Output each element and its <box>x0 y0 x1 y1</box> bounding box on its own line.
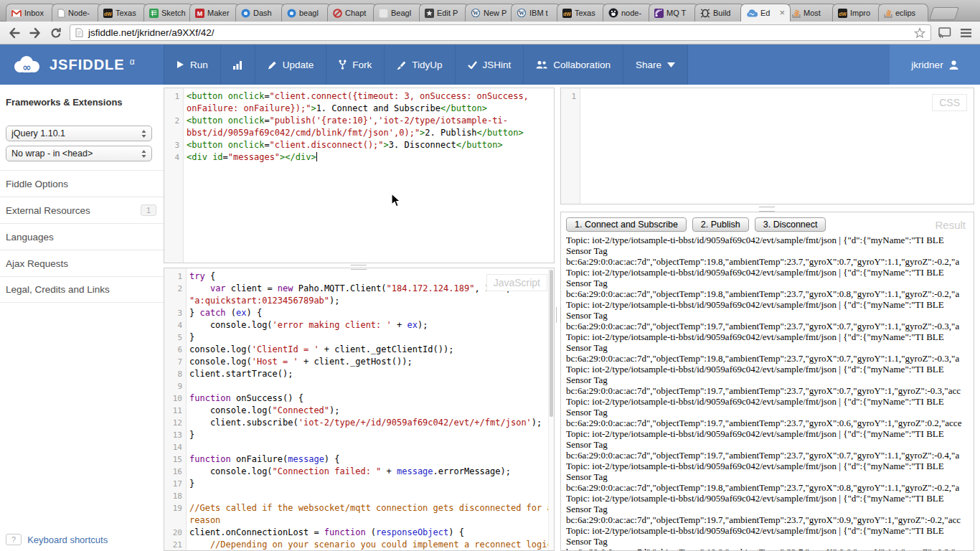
sidebar-item-external-resources[interactable]: External Resources1 <box>0 197 164 223</box>
browser-tab[interactable]: WNew P <box>465 4 515 22</box>
css-editor-panel[interactable]: 1 CSS <box>560 88 974 204</box>
code-line[interactable]: 2<button onclick="publish('{rate:10}','i… <box>164 115 554 127</box>
browser-tab[interactable]: WIBM t <box>511 4 561 22</box>
tab-title: node- <box>621 9 647 17</box>
code-line[interactable]: 5} <box>164 331 554 344</box>
sidebar-item-ajax-requests[interactable]: Ajax Requests <box>0 250 164 276</box>
bookmark-star-icon[interactable] <box>914 27 925 39</box>
toolbar-button-label: JSHint <box>483 60 512 70</box>
code-line[interactable]: 4 console.log('error making client: ' + … <box>164 319 554 331</box>
code-line[interactable]: 15function onFailure(message) { <box>164 453 554 466</box>
share-button[interactable]: Share <box>623 44 688 85</box>
tab-close-icon[interactable]: × <box>779 9 785 17</box>
caret-down-icon <box>667 62 675 67</box>
code-line[interactable]: "a:quickstart:0123456789ab"); <box>164 295 554 307</box>
code-line[interactable]: 3} catch (ex) { <box>164 307 554 319</box>
code-line[interactable]: 17} <box>164 478 554 490</box>
mqtt-message-line: Sensor Tag <box>566 310 969 321</box>
collaboration-button[interactable]: Collaboration <box>524 44 623 85</box>
forward-button[interactable] <box>28 26 42 40</box>
code-line[interactable]: 10function onSuccess() { <box>164 392 554 405</box>
browser-tab[interactable]: MQ T <box>649 4 699 22</box>
browser-tab[interactable]: Build <box>694 4 745 22</box>
browser-tab[interactable]: Edit P <box>419 4 469 22</box>
browser-tab[interactable]: Inbox <box>6 4 56 22</box>
url-text[interactable]: jsfiddle.net/jkridner/a9XXf/42/ <box>88 27 909 38</box>
code-line[interactable]: 20client.onConnectionLost = function (re… <box>164 527 554 539</box>
sidebar-item-languages[interactable]: Languages <box>0 223 164 250</box>
browser-tab[interactable]: Dash <box>235 4 286 22</box>
mqtt-message-line: Topic: iot-2/type/iotsample-ti-bbst/id/9… <box>566 299 969 310</box>
code-line[interactable]: 21 //Depending on your scenario you coul… <box>164 539 554 551</box>
stats-button[interactable] <box>221 44 255 85</box>
code-line[interactable]: 13} <box>164 429 554 441</box>
code-line[interactable]: onFailure: onFailure});">1. Connect and … <box>164 103 554 115</box>
code-line[interactable]: 8client.startTrace(); <box>164 368 554 380</box>
jshint-button[interactable]: JSHint <box>456 44 524 85</box>
code-line[interactable]: 4<div id="messages"></div> <box>164 151 554 164</box>
code-line[interactable]: 12 client.subscribe('iot-2/type/+/id/905… <box>164 417 554 429</box>
browser-tab[interactable]: Beagl <box>373 4 423 22</box>
user-menu[interactable]: jkridner <box>890 44 980 85</box>
code-line[interactable]: 19//Gets called if the websocket/mqtt co… <box>164 502 554 514</box>
result-button-3-disconnect[interactable]: 3. Disconnect <box>755 217 826 232</box>
fork-button[interactable]: Fork <box>326 44 385 85</box>
result-button-2-publish[interactable]: 2. Publish <box>692 217 749 232</box>
browser-tab[interactable]: Most <box>786 4 837 22</box>
jsfiddle-logo[interactable]: ∞ JSFIDDLE α <box>11 44 135 85</box>
browser-tab-active[interactable]: Ed× <box>740 4 791 22</box>
mqtt-message-line: Topic: iot-2/type/iotsample-ti-bbst/id/9… <box>566 461 969 471</box>
browser-tab[interactable]: Sketch <box>143 4 194 22</box>
cast-button[interactable] <box>938 26 952 40</box>
mqtt-message-line: Sensor Tag <box>566 504 969 514</box>
result-button-1-connect-and-subscribe[interactable]: 1. Connect and Subscribe <box>566 217 687 232</box>
address-bar[interactable]: jsfiddle.net/jkridner/a9XXf/42/ <box>70 24 931 41</box>
code-line[interactable]: 11 console.log("Connected"); <box>164 405 554 417</box>
browser-tab[interactable]: Node- <box>52 4 102 22</box>
mqtt-message-line: Sensor Tag <box>566 439 969 450</box>
menu-button[interactable] <box>958 26 973 40</box>
mqtt-message: Topic: iot-2/type/iotsample-ti-bbst/id/9… <box>566 493 969 525</box>
mqtt-message-line: Sensor Tag <box>566 342 969 353</box>
browser-tab[interactable]: MMaker <box>189 4 240 22</box>
code-line[interactable]: 7console.log('Host = ' + client._getHost… <box>164 356 554 368</box>
browser-tab[interactable]: node- <box>603 4 653 22</box>
html-editor-panel[interactable]: 1<button onclick="client.connect({timeou… <box>164 88 555 263</box>
code-line[interactable]: 3<button onclick="client.disconnect();">… <box>164 139 554 151</box>
scrollbar[interactable] <box>548 268 554 550</box>
wrap-select[interactable]: No wrap - in <head> <box>6 146 152 161</box>
code-line[interactable]: 1<button onclick="client.connect({timeou… <box>164 90 554 103</box>
code-line[interactable]: 16 console.log("Connection failed: " + m… <box>164 466 554 478</box>
tidyup-button[interactable]: TidyUp <box>385 44 455 85</box>
tab-title: Dash <box>253 9 280 17</box>
browser-tab[interactable]: eclips <box>878 4 928 22</box>
code-line[interactable]: reason <box>164 514 554 527</box>
javascript-editor-panel[interactable]: 1try {2 var client = new Paho.MQTT.Clien… <box>164 268 555 551</box>
jsfiddle-header: ∞ JSFIDDLE α RunUpdateForkTidyUpJSHintCo… <box>0 44 980 85</box>
run-button[interactable]: Run <box>164 44 221 85</box>
code-line[interactable]: 18 <box>164 490 554 502</box>
browser-tab[interactable]: dWTexas <box>557 4 607 22</box>
horizontal-splitter-handle[interactable] <box>351 265 367 270</box>
browser-tab[interactable]: beagl <box>281 4 331 22</box>
sidebar-item-fiddle-options[interactable]: Fiddle Options <box>0 170 164 197</box>
browser-tab[interactable]: Chapt <box>327 4 377 22</box>
update-button[interactable]: Update <box>255 44 327 85</box>
sidebar-item-legal-credits-and-links[interactable]: Legal, Credits and Links <box>0 276 164 303</box>
scrollbar-thumb[interactable] <box>550 270 553 417</box>
code-line[interactable]: 9 <box>164 380 554 392</box>
code-line[interactable]: 6console.log('ClientId = ' + client._get… <box>164 344 554 356</box>
reload-button[interactable] <box>49 26 63 40</box>
framework-select[interactable]: jQuery 1.10.1 <box>6 126 152 141</box>
code-line[interactable]: 14 <box>164 441 554 453</box>
stackoverflow-icon <box>884 9 892 18</box>
browser-tab[interactable]: dWImpro <box>832 4 882 22</box>
new-tab-button[interactable] <box>929 7 959 20</box>
vertical-splitter-handle[interactable] <box>556 307 561 323</box>
back-button[interactable] <box>7 26 22 40</box>
keyboard-shortcuts[interactable]: ? Keyboard shortcuts <box>6 534 108 545</box>
horizontal-splitter-handle[interactable] <box>759 207 775 212</box>
code-line[interactable]: bbst/id/9059af69c042/cmd/blink/fmt/json'… <box>164 127 554 139</box>
browser-tab[interactable]: dWTexas <box>98 4 148 22</box>
code-line[interactable]: 1 <box>561 90 974 103</box>
